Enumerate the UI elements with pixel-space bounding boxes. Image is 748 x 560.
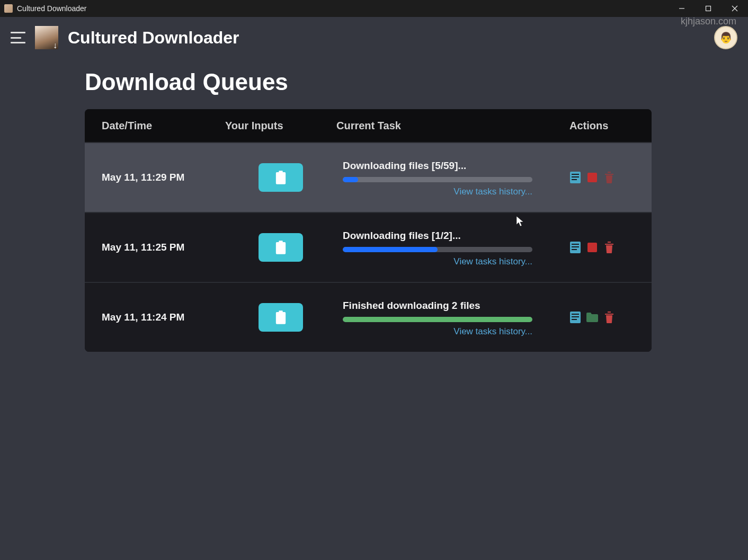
view-inputs-button[interactable] bbox=[259, 233, 303, 262]
stop-icon[interactable] bbox=[586, 242, 598, 253]
user-avatar[interactable]: 👨 bbox=[714, 26, 737, 49]
app-icon-small bbox=[4, 4, 13, 13]
svg-rect-15 bbox=[572, 319, 577, 320]
svg-rect-9 bbox=[572, 244, 579, 245]
row-date: May 11, 11:24 PM bbox=[85, 312, 225, 323]
row-date: May 11, 11:25 PM bbox=[85, 242, 225, 253]
view-history-link[interactable]: View tasks history... bbox=[343, 326, 532, 337]
window-controls bbox=[669, 0, 748, 17]
app-logo-icon bbox=[35, 26, 58, 49]
app-header: Cultured Downloader 👨 bbox=[0, 17, 748, 58]
col-header-actions: Actions bbox=[559, 120, 652, 132]
progress-bar bbox=[343, 247, 532, 252]
delete-icon[interactable] bbox=[603, 242, 615, 253]
page-title: Download Queues bbox=[85, 69, 663, 95]
row-task: Downloading files [1/2]... View tasks hi… bbox=[336, 220, 559, 274]
table-row: May 11, 11:25 PM Downloading files [1/2]… bbox=[85, 212, 652, 282]
svg-rect-7 bbox=[572, 179, 577, 180]
progress-fill bbox=[343, 177, 358, 182]
svg-rect-14 bbox=[572, 316, 579, 317]
row-date: May 11, 11:29 PM bbox=[85, 172, 225, 183]
row-actions bbox=[559, 172, 652, 183]
titlebar-left: Cultured Downloader bbox=[4, 4, 87, 13]
view-history-link[interactable]: View tasks history... bbox=[343, 256, 532, 267]
row-inputs bbox=[225, 233, 336, 262]
table-header-row: Date/Time Your Inputs Current Task Actio… bbox=[85, 109, 652, 142]
col-header-date: Date/Time bbox=[85, 120, 225, 132]
svg-rect-5 bbox=[572, 174, 579, 175]
progress-bar bbox=[343, 317, 532, 322]
svg-rect-1 bbox=[706, 6, 711, 11]
task-status-text: Finished downloading 2 files bbox=[343, 300, 544, 312]
details-icon[interactable] bbox=[569, 312, 581, 323]
titlebar: Cultured Downloader bbox=[0, 0, 748, 17]
svg-rect-6 bbox=[572, 176, 579, 177]
view-inputs-button[interactable] bbox=[259, 303, 303, 332]
row-inputs bbox=[225, 163, 336, 192]
view-inputs-button[interactable] bbox=[259, 163, 303, 192]
svg-rect-11 bbox=[572, 249, 577, 250]
row-inputs bbox=[225, 303, 336, 332]
table-row: May 11, 11:29 PM Downloading files [5/59… bbox=[85, 142, 652, 212]
stop-icon[interactable] bbox=[586, 172, 598, 183]
delete-icon[interactable] bbox=[603, 172, 615, 183]
window-title: Cultured Downloader bbox=[17, 4, 87, 13]
details-icon[interactable] bbox=[569, 172, 581, 183]
details-icon[interactable] bbox=[569, 242, 581, 253]
task-status-text: Downloading files [5/59]... bbox=[343, 160, 544, 172]
row-task: Downloading files [5/59]... View tasks h… bbox=[336, 150, 559, 205]
close-button[interactable] bbox=[722, 0, 748, 17]
col-header-task: Current Task bbox=[336, 120, 559, 132]
row-actions bbox=[559, 312, 652, 323]
clipboard-icon bbox=[275, 171, 287, 184]
view-history-link[interactable]: View tasks history... bbox=[343, 186, 532, 197]
row-task: Finished downloading 2 files View tasks … bbox=[336, 290, 559, 344]
progress-bar bbox=[343, 177, 532, 182]
download-queue-table: Date/Time Your Inputs Current Task Actio… bbox=[85, 109, 652, 352]
app-name: Cultured Downloader bbox=[68, 28, 239, 48]
col-header-inputs: Your Inputs bbox=[225, 120, 336, 132]
open-folder-icon[interactable] bbox=[586, 312, 598, 323]
clipboard-icon bbox=[275, 310, 287, 324]
row-actions bbox=[559, 242, 652, 253]
delete-icon[interactable] bbox=[603, 312, 615, 323]
svg-rect-10 bbox=[572, 246, 579, 247]
clipboard-icon bbox=[275, 241, 287, 254]
hamburger-menu-icon[interactable] bbox=[11, 32, 25, 43]
minimize-button[interactable] bbox=[669, 0, 695, 17]
page-body: Download Queues Date/Time Your Inputs Cu… bbox=[0, 58, 748, 352]
table-row: May 11, 11:24 PM Finished downloading 2 … bbox=[85, 282, 652, 352]
task-status-text: Downloading files [1/2]... bbox=[343, 230, 544, 242]
maximize-button[interactable] bbox=[695, 0, 722, 17]
progress-fill bbox=[343, 247, 438, 252]
progress-fill bbox=[343, 317, 532, 322]
svg-rect-13 bbox=[572, 314, 579, 315]
